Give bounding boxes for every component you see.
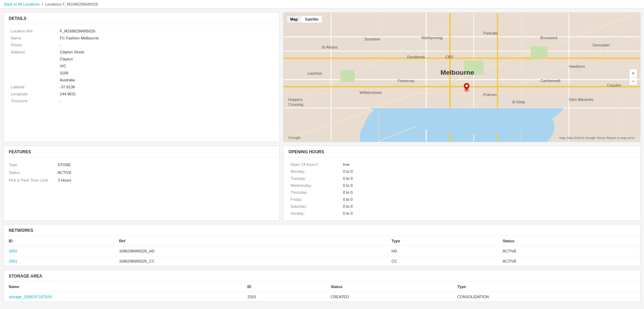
details-body: Location RefF_M1686296685026NameFC Fashi… <box>4 24 279 108</box>
features-header: FEATURES <box>4 146 279 157</box>
svg-rect-26 <box>531 46 548 58</box>
hours-label: Thursday: <box>288 189 341 196</box>
svg-text:Camberwell: Camberwell <box>540 79 560 83</box>
details-field-label: Phone <box>9 42 58 49</box>
network-id[interactable]: 2801 <box>4 256 114 266</box>
details-field-label: Latitude <box>9 83 58 90</box>
storage-section: STORAGE AREA NameIDStatusType storage_16… <box>3 270 641 302</box>
networks-row: 28021686296685026_HDHDACTIVE <box>4 246 640 256</box>
details-field-label <box>9 56 58 62</box>
hours-label: Sunday: <box>288 210 341 217</box>
features-panel: FEATURES TypeSTOREStatusACTIVEPick & Pac… <box>3 146 280 221</box>
network-status: ACTIVE <box>498 256 640 266</box>
hours-value: 0 to 0 <box>341 175 635 182</box>
storage-col-header: Status <box>326 282 452 292</box>
feature-row: Pick & Pack Time Limit3 Hours <box>9 176 274 184</box>
details-row: Location RefF_M1686296685026 <box>9 28 274 35</box>
storage-id: 2310 <box>243 292 326 302</box>
details-field-label: Location Ref <box>9 28 58 35</box>
hours-label: Monday: <box>288 168 341 175</box>
details-field-value: Australia <box>58 76 274 83</box>
svg-text:Brunswick: Brunswick <box>540 36 558 40</box>
details-field-value: 144.9631 <box>58 90 274 97</box>
networks-col-header: ID <box>4 236 114 246</box>
features-body: TypeSTOREStatusACTIVEPick & Pack Time Li… <box>4 157 279 187</box>
details-field-label <box>9 62 58 69</box>
main-content: DETAILS Location RefF_M1686296685026Name… <box>0 9 644 306</box>
storage-tbody: storage_16862971670282310CREATEDCONSOLID… <box>4 292 640 302</box>
network-id[interactable]: 2802 <box>4 246 114 256</box>
details-row: Clayton <box>9 56 274 62</box>
map-tab-map[interactable]: Map <box>287 16 301 23</box>
hours-row: Open 24 hours?:true <box>288 161 635 168</box>
hours-label: Wednesday: <box>288 182 341 189</box>
network-status: ACTIVE <box>498 246 640 256</box>
details-field-label <box>9 69 58 76</box>
details-field-value: F_M1686296685026 <box>58 28 274 35</box>
details-field-value: Clayton <box>58 56 274 62</box>
hours-row: Sunday:0 to 0 <box>288 210 635 217</box>
breadcrumb-separator: / <box>42 2 43 6</box>
storage-type: CONSOLIDATION <box>452 292 640 302</box>
hours-value: 0 to 0 <box>341 168 635 175</box>
details-row: VIC <box>9 62 274 69</box>
details-row: Latitude-37.8136 <box>9 83 274 90</box>
map-svg: Melbourne St Albans Sunshine Maribyrnong… <box>284 13 640 142</box>
storage-col-header: ID <box>243 282 326 292</box>
hours-value: 0 to 0 <box>341 196 635 203</box>
map-panel: Map Satellite <box>283 12 641 142</box>
hours-value: 0 to 0 <box>341 210 635 217</box>
hours-row: Friday:0 to 0 <box>288 196 635 203</box>
details-row: NameFC Fashion Melbourne <box>9 35 274 42</box>
zoom-in-button[interactable]: + <box>629 69 637 77</box>
networks-row: 28011686296685026_CCCCACTIVE <box>4 256 640 266</box>
svg-text:CBD: CBD <box>445 55 453 59</box>
feature-label: Status <box>9 170 58 175</box>
details-field-value: -37.8136 <box>58 83 274 90</box>
networks-table: IDRefTypeStatus 28021686296685026_HDHDAC… <box>4 236 640 266</box>
svg-text:Map data ©2023 Google  Terms  : Map data ©2023 Google Terms Report a map… <box>559 136 635 140</box>
hours-row: Thursday:0 to 0 <box>288 189 635 196</box>
storage-table: NameIDStatusType storage_168629716702823… <box>4 281 640 302</box>
details-field-value: - <box>58 97 274 104</box>
networks-section: NETWORKS IDRefTypeStatus 280216862966850… <box>3 224 641 266</box>
feature-label: Type <box>9 163 58 167</box>
map-tabs: Map Satellite <box>286 15 322 23</box>
feature-row: StatusACTIVE <box>9 169 274 176</box>
network-ref: 1686296685026_CC <box>114 256 387 266</box>
svg-text:Doncaster: Doncaster <box>593 43 610 47</box>
feature-label: Pick & Pack Time Limit <box>9 178 58 182</box>
svg-text:St Albans: St Albans <box>322 45 338 49</box>
hours-value: 0 to 0 <box>341 182 635 189</box>
details-row: AddressClayton Street <box>9 49 274 56</box>
networks-col-header: Ref <box>114 236 387 246</box>
storage-col-header: Type <box>452 282 640 292</box>
hours-label: Saturday: <box>288 203 341 210</box>
map-tab-satellite[interactable]: Satellite <box>301 16 322 23</box>
svg-text:Docklands: Docklands <box>407 55 425 59</box>
opening-hours-body: Open 24 hours?:trueMonday:0 to 0Tuesday:… <box>284 157 640 220</box>
details-field-value: 3168 <box>58 69 274 76</box>
details-field-label: Longitude <box>9 90 58 97</box>
storage-row: storage_16862971670282310CREATEDCONSOLID… <box>4 292 640 302</box>
storage-name[interactable]: storage_1686297167028 <box>4 292 243 302</box>
hours-value: 0 to 0 <box>341 203 635 210</box>
opening-hours-panel: OPENING HOURS Open 24 hours?:trueMonday:… <box>283 146 641 221</box>
back-link[interactable]: Back to All Locations <box>4 2 40 6</box>
svg-text:Sunshine: Sunshine <box>364 37 380 41</box>
hours-row: Saturday:0 to 0 <box>288 203 635 210</box>
svg-text:Parkville: Parkville <box>483 31 498 35</box>
storage-col-header: Name <box>4 282 243 292</box>
details-row: 3168 <box>9 69 274 76</box>
details-panel: DETAILS Location RefF_M1686296685026Name… <box>3 12 280 142</box>
hours-value: true <box>341 161 635 168</box>
hours-value: 0 to 0 <box>341 189 635 196</box>
networks-col-header: Type <box>387 236 498 246</box>
hours-row: Tuesday:0 to 0 <box>288 175 635 182</box>
map-container: Map Satellite <box>284 13 640 142</box>
zoom-out-button[interactable]: − <box>629 78 637 85</box>
details-header: DETAILS <box>4 13 279 24</box>
hours-label: Open 24 hours?: <box>288 161 341 168</box>
svg-text:Prahran: Prahran <box>483 93 497 97</box>
networks-header: NETWORKS <box>4 225 640 236</box>
